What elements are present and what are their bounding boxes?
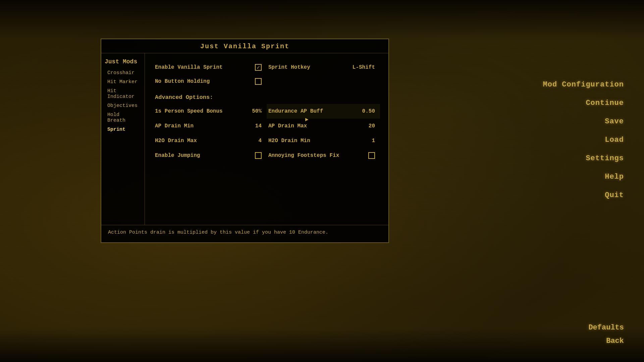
enable-vanilla-sprint-checkbox[interactable] (255, 64, 262, 71)
h2o-drain-max-value[interactable]: 4 (241, 138, 262, 144)
sprint-hotkey-value[interactable]: L-Shift (353, 64, 375, 70)
description-bar: Action Points drain is multiplied by thi… (101, 225, 388, 242)
bottom-menu-back[interactable]: Back (606, 337, 624, 345)
top-settings: Enable Vanilla Sprint Sprint Hotkey L-Sh… (153, 60, 380, 75)
content-spacer (153, 163, 380, 218)
right-menu-continue[interactable]: Continue (586, 99, 624, 107)
ap-drain-max-label: AP Drain Max (268, 123, 307, 129)
sidebar: Just Mods Crosshair Hit Marker Hit Indic… (101, 53, 145, 225)
description-text: Action Points drain is multiplied by thi… (108, 230, 328, 235)
ap-drain-min-value[interactable]: 14 (241, 123, 262, 129)
main-window: Just Vanilla Sprint Just Mods Crosshair … (101, 39, 389, 243)
advanced-options-header: Advanced Options: (153, 88, 380, 104)
sidebar-item-hit-indicator[interactable]: Hit Indicator (105, 87, 141, 101)
speed-bonus-value[interactable]: 50% (241, 108, 262, 114)
enable-jumping-row: Enable Jumping (153, 148, 267, 163)
endurance-ap-buff-row: Endurance AP Buff 0.50 (267, 104, 380, 119)
no-button-holding-label: No Button Holding (155, 78, 210, 84)
annoying-footsteps-row: Annoying Footsteps Fix (267, 148, 380, 163)
sprint-hotkey-row: Sprint Hotkey L-Shift (267, 60, 380, 75)
h2o-drain-max-row: H2O Drain Max 4 (153, 133, 267, 148)
annoying-footsteps-label: Annoying Footsteps Fix (268, 153, 339, 159)
sidebar-item-sprint[interactable]: Sprint (105, 126, 141, 133)
enable-jumping-checkbox[interactable] (255, 152, 262, 159)
bottom-menu: Defaults Back (588, 323, 624, 345)
h2o-drain-min-value[interactable]: 1 (355, 138, 375, 144)
h2o-drain-min-label: H2O Drain Min (268, 138, 310, 144)
ap-drain-max-value[interactable]: 20 (355, 123, 375, 129)
h2o-drain-min-row: H2O Drain Min 1 (267, 133, 380, 148)
advanced-settings-grid: 1s Person Speed Bonus 50% Endurance AP B… (153, 104, 380, 163)
sidebar-item-objectives[interactable]: Objectives (105, 102, 141, 110)
enable-jumping-label: Enable Jumping (155, 153, 200, 159)
speed-bonus-row: 1s Person Speed Bonus 50% (153, 104, 267, 119)
sprint-hotkey-label: Sprint Hotkey (268, 64, 310, 70)
annoying-footsteps-checkbox[interactable] (368, 152, 375, 159)
right-menu-load[interactable]: Load (605, 136, 624, 144)
content-area: Enable Vanilla Sprint Sprint Hotkey L-Sh… (145, 53, 388, 225)
right-menu-save[interactable]: Save (605, 117, 624, 126)
no-button-holding-checkbox[interactable] (255, 78, 262, 85)
endurance-ap-buff-value[interactable]: 0.50 (355, 108, 375, 114)
sidebar-item-hold-breath[interactable]: Hold Breath (105, 111, 141, 124)
no-button-holding-section: No Button Holding (153, 76, 380, 88)
right-menu-quit[interactable]: Quit (605, 191, 624, 199)
speed-bonus-label: 1s Person Speed Bonus (155, 108, 223, 114)
sidebar-section-title[interactable]: Just Mods (105, 58, 141, 65)
h2o-drain-max-label: H2O Drain Max (155, 138, 197, 144)
endurance-ap-buff-label: Endurance AP Buff (268, 108, 323, 114)
ap-drain-min-label: AP Drain Min (155, 123, 194, 129)
bottom-menu-defaults[interactable]: Defaults (588, 323, 624, 332)
ap-drain-min-row: AP Drain Min 14 (153, 119, 267, 133)
window-body: Just Mods Crosshair Hit Marker Hit Indic… (101, 53, 388, 225)
no-button-holding-row: No Button Holding (153, 76, 267, 88)
background-dark-top (0, 0, 644, 40)
enable-vanilla-sprint-label: Enable Vanilla Sprint (155, 64, 223, 70)
background-dark-bottom (0, 328, 644, 362)
ap-drain-max-row: AP Drain Max 20 (267, 119, 380, 133)
right-menu: Mod Configuration Continue Save Load Set… (543, 80, 624, 199)
window-title: Just Vanilla Sprint (101, 39, 388, 53)
right-menu-settings[interactable]: Settings (586, 154, 624, 163)
mod-configuration-title: Mod Configuration (543, 80, 624, 89)
right-menu-help[interactable]: Help (605, 173, 624, 181)
enable-vanilla-sprint-row: Enable Vanilla Sprint (153, 60, 267, 75)
sidebar-item-hit-marker[interactable]: Hit Marker (105, 78, 141, 86)
sidebar-item-crosshair[interactable]: Crosshair (105, 69, 141, 77)
